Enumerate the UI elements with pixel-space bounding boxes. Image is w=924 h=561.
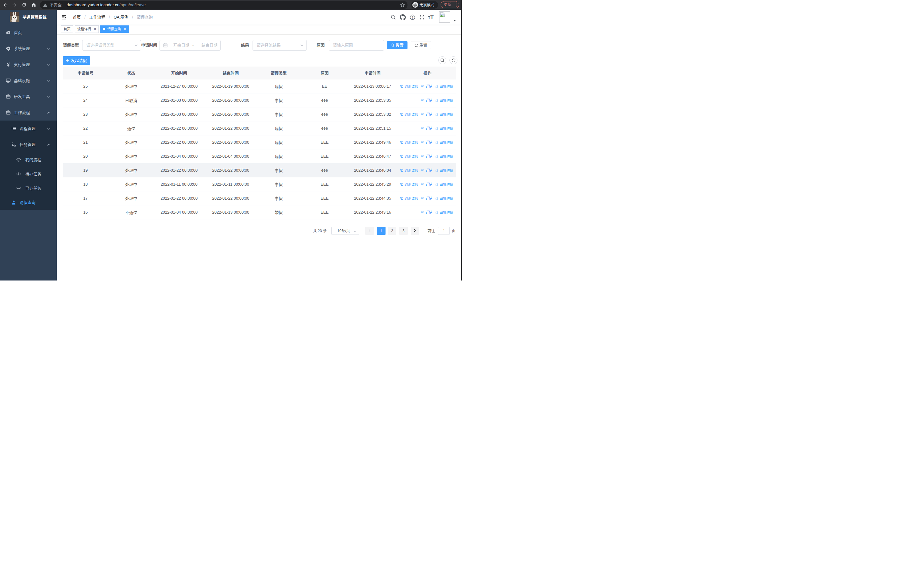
svg-text:T: T: [430, 14, 434, 20]
svg-text:?: ?: [411, 15, 413, 19]
svg-text:T: T: [428, 15, 430, 20]
